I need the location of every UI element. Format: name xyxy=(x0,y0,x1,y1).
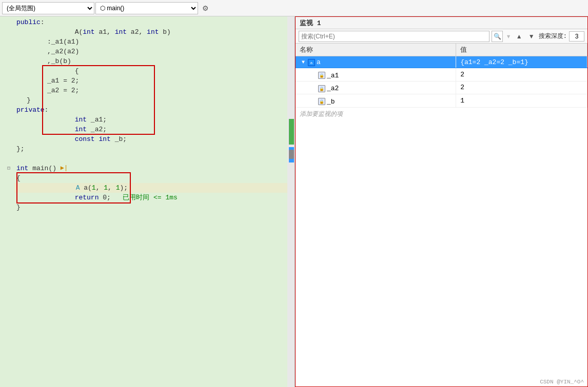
ln xyxy=(0,202,12,212)
code-line-a2: _a2 = 2; xyxy=(14,86,287,95)
watch-item-name: a xyxy=(317,58,321,66)
scope-select[interactable]: (全局范围) xyxy=(2,2,94,14)
func-select[interactable]: ⬡ main() xyxy=(95,2,198,14)
watch-title-bar: 监视 1 xyxy=(296,17,587,29)
ln xyxy=(0,183,12,193)
watch-search-input[interactable] xyxy=(299,31,489,42)
watch-name-cell: 🔒_a1 xyxy=(296,68,456,82)
watch-value-cell: 2 xyxy=(456,81,587,94)
main-area: public: A(int a1, int a2, int b) :_a1(a1… xyxy=(0,16,588,387)
code-wrapper: public: A(int a1, int a2, int b) :_a1(a1… xyxy=(0,16,295,387)
search-depth-label: 搜索深度: xyxy=(539,32,567,40)
ln xyxy=(0,95,12,105)
ln xyxy=(0,86,12,95)
code-line-const-b: const int _b; xyxy=(14,134,287,144)
ln xyxy=(0,56,12,66)
watch-title: 监视 1 xyxy=(300,18,321,28)
field-icon: 🔒 xyxy=(318,98,325,105)
watch-item-name: _a1 xyxy=(327,72,339,79)
ln xyxy=(0,47,12,56)
ln xyxy=(0,37,12,47)
field-icon: 🔒 xyxy=(318,85,325,92)
code-panel: public: A(int a1, int a2, int b) :_a1(a1… xyxy=(0,16,295,387)
ln xyxy=(0,193,12,202)
watch-value-cell: 2 xyxy=(456,68,587,82)
ln xyxy=(0,27,12,37)
code-line-main-stmt: A a(1, 1, 1); xyxy=(14,183,287,193)
nav-up-button[interactable]: ▲ xyxy=(514,31,524,42)
expand-arrow[interactable]: ▼ xyxy=(302,59,308,65)
scroll-marker-green xyxy=(289,119,294,145)
red-box-stmt: A a(1, 1, 1); xyxy=(16,172,131,203)
col-value-header: 值 xyxy=(456,44,587,56)
ln xyxy=(0,173,12,183)
ln xyxy=(0,115,12,125)
divider: ▾ xyxy=(506,31,511,42)
code-line: ,_a2(a2) xyxy=(14,47,287,56)
toolbar: (全局范围) ⬡ main() ⚙ xyxy=(0,0,588,16)
watch-search-button[interactable]: 🔍 xyxy=(492,31,503,42)
search-icon: 🔍 xyxy=(494,33,501,40)
code-content[interactable]: public: A(int a1, int a2, int b) :_a1(a1… xyxy=(14,16,287,387)
ln-main xyxy=(0,164,12,173)
code-line: A(int a1, int a2, int b) xyxy=(14,27,287,37)
object-icon: a xyxy=(308,59,315,66)
settings-icon-btn[interactable]: ⚙ xyxy=(199,2,211,14)
line-numbers xyxy=(0,16,14,387)
watch-data-table: 名称 值 ▼aa{a1=2 _a2=2 _b=1}🔒_a12🔒_a22🔒_b1 xyxy=(296,44,587,108)
ln xyxy=(0,134,12,144)
code-line-brace-close: } xyxy=(14,95,287,105)
add-watch-hint[interactable]: 添加要监视的项 xyxy=(296,108,587,120)
watch-table: 名称 值 ▼aa{a1=2 _a2=2 _b=1}🔒_a12🔒_a22🔒_b1 … xyxy=(296,44,587,386)
watch-item-name: _b xyxy=(327,98,335,106)
watch-value-cell: {a1=2 _a2=2 _b=1} xyxy=(456,56,587,68)
ln xyxy=(0,76,12,86)
watch-value-cell: 1 xyxy=(456,94,587,108)
ln xyxy=(0,144,12,154)
ln xyxy=(0,17,12,27)
field-icon: 🔒 xyxy=(318,72,325,79)
col-name-header: 名称 xyxy=(296,44,456,56)
search-depth-input[interactable] xyxy=(569,31,584,42)
vertical-scrollbar[interactable] xyxy=(287,16,295,387)
watermark: CSDN @YIN_^O^ xyxy=(540,379,584,385)
nav-down-button[interactable]: ▼ xyxy=(526,31,537,42)
code-line-empty xyxy=(14,154,287,164)
ln xyxy=(0,125,12,134)
watch-name-cell: 🔒_b xyxy=(296,94,456,108)
watch-name-cell: ▼aa xyxy=(296,56,456,68)
watch-search-bar: 🔍 ▾ ▲ ▼ 搜索深度: xyxy=(296,29,587,44)
ln xyxy=(0,154,12,164)
code-line-brace-open: { xyxy=(14,66,287,76)
watch-panel: 监视 1 🔍 ▾ ▲ ▼ 搜索深度: 名称 值 xyxy=(295,16,588,387)
ln xyxy=(0,105,12,115)
watch-name-cell: 🔒_a2 xyxy=(296,81,456,94)
ln xyxy=(0,66,12,76)
watch-item-name: _a2 xyxy=(327,85,339,92)
scroll-thumb[interactable] xyxy=(289,150,294,159)
